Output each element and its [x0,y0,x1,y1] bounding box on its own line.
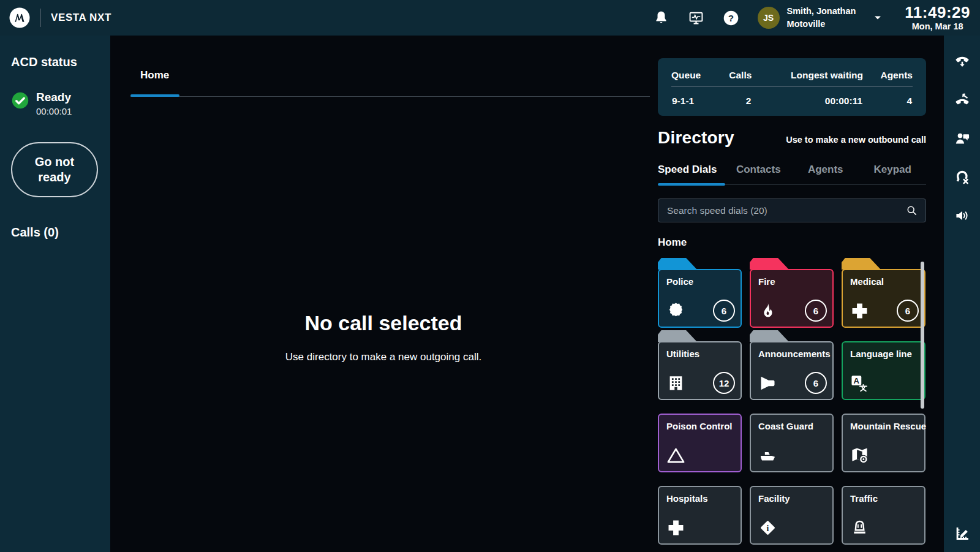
search-input[interactable] [666,205,905,217]
volume-icon[interactable] [954,207,971,224]
tile-count-badge: 6 [897,300,919,322]
tile-label: Coast Guard [758,421,825,431]
folder-tab [842,258,881,270]
phone-pickup-icon[interactable] [954,53,971,70]
chevron-down-icon[interactable] [872,12,884,24]
ruler-pencil-icon[interactable] [954,525,971,542]
speed-dial-mountain-rescue[interactable]: Mountain Rescue [842,414,925,472]
info-diamond-icon: i [758,518,778,538]
acd-sidebar: ACD status Ready 00:00:01 Go not ready C… [0,36,110,552]
directory-hint: Use to make a new outbound call [786,135,926,148]
motorola-logo-icon [9,7,31,29]
tile-label: Mountain Rescue [850,421,917,431]
speed-dial-grid: Police 6 Fire 6 Medical 6 Utilities 12 [658,269,926,545]
folder-announcements[interactable]: Announcements 6 [750,341,834,400]
user-location: Motoville [787,19,826,29]
agent-chat-icon[interactable] [954,130,971,147]
queue-summary-card: Queue Calls Longest waiting Agents 9-1-1… [658,58,926,116]
tile-count-badge: 6 [805,372,827,394]
call-control-rail [944,36,980,552]
tab-keypad[interactable]: Keypad [859,157,927,184]
empty-state-subtitle: Use directory to make a new outgoing cal… [110,351,657,363]
queue-calls: 2 [717,87,752,108]
app-title: VESTA NXT [51,12,111,24]
queue-cancel-icon[interactable] [954,168,971,186]
queue-table: Queue Calls Longest waiting Agents 9-1-1… [671,66,913,107]
queue-col-calls: Calls [717,66,752,87]
search-icon[interactable] [905,204,918,217]
tab-home[interactable]: Home [140,69,169,81]
speed-dial-facility[interactable]: Facility i [750,486,834,545]
phone-hangup-arrow-icon[interactable] [954,91,971,108]
folder-utilities[interactable]: Utilities 12 [658,341,742,400]
map-location-icon [850,445,870,466]
tile-count-badge: 6 [713,300,735,322]
tile-label: Poison Control [666,421,733,431]
medical-cross-icon [666,518,686,538]
tile-count-badge: 12 [713,372,735,394]
top-bar: VESTA NXT ? JS Smith, Jonathan Motoville… [0,0,980,36]
tab-underline-active [130,94,179,97]
folder-fire[interactable]: Fire 6 [750,269,834,328]
tile-label: Announcements [758,349,825,359]
svg-text:i: i [767,524,769,533]
clock-time: 11:49:29 [905,4,970,21]
flame-icon [758,301,778,321]
queue-col-queue: Queue [671,66,717,87]
boat-icon [758,445,778,466]
tile-label: Traffic [850,493,917,504]
tab-contacts[interactable]: Contacts [725,157,793,184]
go-not-ready-button[interactable]: Go not ready [11,142,98,197]
main-area: Home No call selected Use directory to m… [110,36,944,552]
directory-title: Directory [658,128,734,148]
tile-label: Utilities [666,349,733,359]
tile-count-badge: 6 [805,300,827,322]
tile-label: Police [666,276,733,287]
speed-dial-language-line[interactable]: Language line A [842,341,925,400]
divider [40,9,41,27]
speed-dial-coast-guard[interactable]: Coast Guard [750,414,834,472]
tile-label: Medical [850,276,917,287]
folder-tab [750,258,789,270]
user-name: Smith, Jonathan Motoville [787,5,856,31]
queue-col-longest: Longest waiting [752,66,863,87]
acd-status-label: Ready [36,91,72,104]
directory-scrollbar[interactable] [921,262,924,409]
svg-text:?: ? [728,12,733,23]
folder-tab [658,258,697,270]
user-menu[interactable]: JS Smith, Jonathan Motoville [758,5,884,31]
queue-row-911[interactable]: 9-1-1 2 00:00:11 4 [671,87,913,108]
police-badge-icon [666,301,686,321]
help-icon[interactable]: ? [723,10,739,26]
speed-dial-search[interactable] [658,198,926,222]
queue-name: 9-1-1 [671,87,717,108]
folder-tab [750,330,789,342]
tile-label: Fire [758,276,825,287]
folder-police[interactable]: Police 6 [658,269,742,328]
folder-tab [658,330,697,342]
queue-col-agents: Agents [863,66,913,87]
acd-status-title: ACD status [11,55,99,69]
translate-icon: A [850,373,870,393]
tile-label: Facility [758,493,825,504]
speed-dial-traffic[interactable]: Traffic [842,486,925,545]
ready-check-icon [11,91,29,110]
building-icon [666,373,686,393]
speed-dial-poison-control[interactable]: Poison Control [658,414,742,472]
directory-tabs: Speed Dials Contacts Agents Keypad [658,157,926,185]
folder-medical[interactable]: Medical 6 [842,269,925,328]
tab-speed-dials[interactable]: Speed Dials [658,157,725,184]
beacon-icon [850,518,870,538]
acd-status-timer: 00:00:01 [36,106,72,116]
tab-agents[interactable]: Agents [792,157,859,184]
avatar: JS [758,7,780,29]
calls-section-title: Calls (0) [11,225,99,240]
queue-agents: 4 [863,87,913,108]
acd-status-row: Ready 00:00:01 [11,91,99,116]
system-monitor-icon[interactable] [688,10,704,26]
notifications-bell-icon[interactable] [653,10,669,26]
tile-label: Language line [850,349,917,359]
medical-cross-icon [850,301,870,321]
speed-dial-hospitals[interactable]: Hospitals [658,486,742,545]
tab-underline-track [130,96,650,97]
